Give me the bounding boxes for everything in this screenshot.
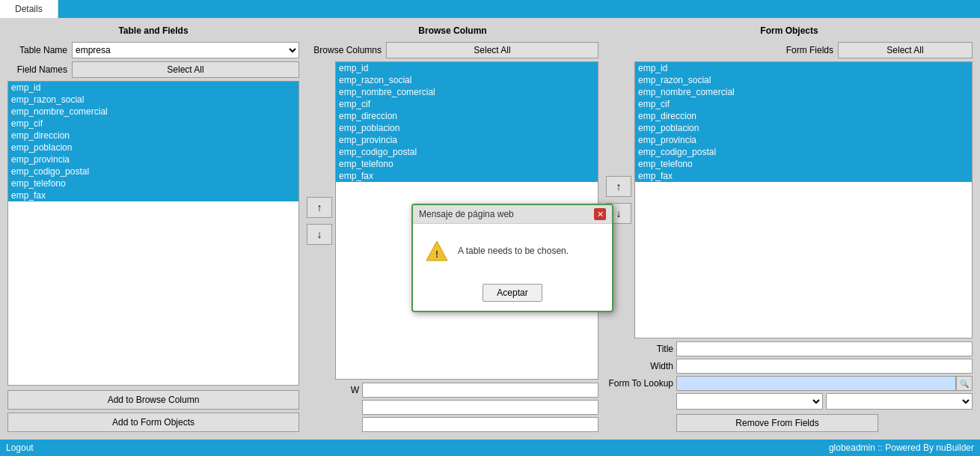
- modal-body: ! A table needs to be chosen.: [413, 224, 612, 278]
- list-item[interactable]: emp_direccion: [8, 130, 298, 142]
- action-buttons: Add to Browse Column Add to Form Objects: [7, 390, 299, 432]
- field-names-row: Field Names Select All: [7, 61, 299, 78]
- browse-width-input[interactable]: [362, 383, 598, 398]
- lookup-wrapper: 🔍: [676, 376, 973, 391]
- modal-header: Mensaje de página web ✕: [413, 205, 612, 224]
- form-listbox[interactable]: emp_id emp_razon_social emp_nombre_comer…: [634, 61, 973, 338]
- form-select-all-button[interactable]: Select All: [838, 42, 973, 58]
- bottom-bar: Logout globeadmin :: Powered By nuBuilde…: [0, 440, 980, 456]
- list-item[interactable]: emp_fax: [336, 170, 598, 182]
- list-item[interactable]: emp_codigo_postal: [336, 146, 598, 158]
- list-item[interactable]: emp_codigo_postal: [635, 146, 972, 158]
- form-width-label: Width: [606, 361, 673, 371]
- fields-listbox[interactable]: emp_id emp_razon_social emp_nombre_comer…: [7, 81, 299, 386]
- form-dropdowns: [676, 393, 973, 410]
- form-extra: Title Width Form To Lookup 🔍: [606, 341, 973, 432]
- browse-extra-input2[interactable]: [362, 400, 598, 415]
- browse-up-button[interactable]: ↑: [307, 197, 332, 218]
- table-fields-title: Table and Fields: [7, 25, 299, 36]
- list-item[interactable]: emp_telefono: [8, 177, 298, 189]
- form-area: ↑ ↓ emp_id emp_razon_social emp_nombre_c…: [606, 61, 973, 338]
- modal-close-button[interactable]: ✕: [594, 208, 606, 220]
- form-fields-row: Form Fields Select All: [606, 42, 973, 58]
- list-item[interactable]: emp_direccion: [635, 110, 972, 122]
- browse-columns-row: Browse Columns Select All: [307, 42, 598, 58]
- list-item[interactable]: emp_fax: [8, 189, 298, 201]
- form-lookup-label: Form To Lookup: [606, 378, 673, 389]
- powered-by-text: globeadmin :: Powered By nuBuilder: [829, 443, 974, 453]
- table-name-select[interactable]: empresa: [72, 42, 299, 58]
- browse-title: Browse Column: [307, 25, 598, 36]
- add-to-form-button[interactable]: Add to Form Objects: [7, 413, 299, 432]
- table-name-label: Table Name: [7, 45, 67, 55]
- list-item[interactable]: emp_cif: [635, 98, 972, 110]
- browse-w-label: W: [307, 385, 359, 395]
- browse-extra-row2: [307, 400, 598, 415]
- list-item[interactable]: emp_cif: [8, 118, 298, 130]
- form-title-label: Title: [606, 344, 673, 354]
- list-item[interactable]: emp_provincia: [8, 153, 298, 165]
- list-item[interactable]: emp_razon_social: [635, 74, 972, 86]
- list-item[interactable]: emp_razon_social: [336, 74, 598, 86]
- form-dropdown-2[interactable]: [826, 393, 973, 410]
- list-item[interactable]: emp_poblacion: [8, 142, 298, 153]
- list-item[interactable]: emp_fax: [635, 170, 972, 182]
- form-lookup-browse-button[interactable]: 🔍: [956, 376, 973, 391]
- browse-arrows: ↑ ↓: [307, 61, 332, 380]
- list-item[interactable]: emp_nombre_comercial: [8, 106, 298, 118]
- modal-message: A table needs to be chosen.: [458, 246, 569, 256]
- tab-bar: Details: [0, 0, 980, 18]
- form-fields-label: Form Fields: [786, 45, 833, 55]
- remove-from-fields-button[interactable]: Remove From Fields: [676, 414, 878, 432]
- browse-extra: W: [307, 383, 598, 432]
- warning-icon: !: [425, 239, 449, 263]
- fields-select-all-button[interactable]: Select All: [72, 61, 299, 78]
- list-item[interactable]: emp_poblacion: [635, 122, 972, 134]
- list-item[interactable]: emp_telefono: [336, 158, 598, 170]
- tab-details[interactable]: Details: [0, 0, 58, 18]
- form-dropdown-1[interactable]: [676, 393, 823, 410]
- list-item[interactable]: emp_razon_social: [8, 94, 298, 106]
- modal-footer: Aceptar: [413, 278, 612, 311]
- form-width-input[interactable]: [676, 359, 973, 374]
- list-item[interactable]: emp_telefono: [635, 158, 972, 170]
- svg-text:!: !: [435, 249, 438, 260]
- table-name-row: Table Name empresa: [7, 42, 299, 58]
- modal-title: Mensaje de página web: [419, 209, 514, 219]
- browse-columns-label: Browse Columns: [307, 45, 382, 55]
- col-table-fields: Table and Fields Table Name empresa Fiel…: [7, 25, 299, 432]
- col-form: Form Objects Form Fields Select All ↑ ↓ …: [606, 25, 973, 432]
- form-up-button[interactable]: ↑: [606, 176, 631, 197]
- form-width-row: Width: [606, 359, 973, 374]
- form-title: Form Objects: [606, 25, 973, 36]
- list-item[interactable]: emp_direccion: [336, 110, 598, 122]
- list-item[interactable]: emp_nombre_comercial: [635, 86, 972, 98]
- form-title-row: Title: [606, 341, 973, 356]
- form-title-input[interactable]: [676, 341, 973, 356]
- modal-dialog: Mensaje de página web ✕ ! A table needs …: [411, 204, 613, 312]
- list-item[interactable]: emp_codigo_postal: [8, 165, 298, 177]
- list-item[interactable]: emp_id: [336, 62, 598, 74]
- list-item[interactable]: emp_provincia: [336, 134, 598, 146]
- browse-extra-input3[interactable]: [362, 417, 598, 432]
- list-item[interactable]: emp_id: [8, 82, 298, 94]
- browse-down-button[interactable]: ↓: [307, 224, 332, 245]
- list-item[interactable]: emp_nombre_comercial: [336, 86, 598, 98]
- browse-select-all-button[interactable]: Select All: [386, 42, 598, 58]
- browse-extra-row3: [307, 417, 598, 432]
- field-names-label: Field Names: [7, 64, 67, 75]
- list-item[interactable]: emp_provincia: [635, 134, 972, 146]
- add-to-browse-button[interactable]: Add to Browse Column: [7, 390, 299, 410]
- modal-ok-button[interactable]: Aceptar: [483, 284, 542, 302]
- list-item[interactable]: emp_id: [635, 62, 972, 74]
- list-item[interactable]: emp_cif: [336, 98, 598, 110]
- browse-width-row: W: [307, 383, 598, 398]
- form-lookup-row: Form To Lookup 🔍: [606, 376, 973, 391]
- form-lookup-input[interactable]: [676, 376, 956, 391]
- remove-btn-container: Remove From Fields: [676, 414, 973, 432]
- list-item[interactable]: emp_poblacion: [336, 122, 598, 134]
- logout-link[interactable]: Logout: [6, 443, 34, 453]
